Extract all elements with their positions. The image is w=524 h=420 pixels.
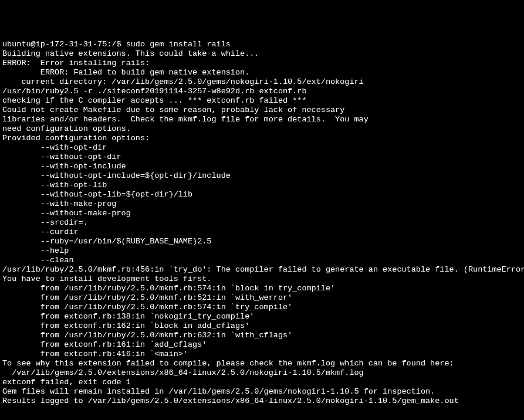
terminal-line: --with-opt-lib <box>2 181 522 190</box>
terminal-line: extconf failed, exit code 1 <box>2 378 522 387</box>
terminal-line: --curdir <box>2 228 522 237</box>
terminal-line: Results logged to /var/lib/gems/2.5.0/ex… <box>2 397 522 406</box>
terminal-line: /var/lib/gems/2.5.0/extensions/x86_64-li… <box>2 368 522 378</box>
terminal-line: from extconf.rb:138:in `nokogiri_try_com… <box>2 312 522 321</box>
terminal-prompt-line: ubuntu@ip-172-31-31-75:/$ sudo gem insta… <box>2 40 522 49</box>
terminal-line: from /usr/lib/ruby/2.5.0/mkmf.rb:574:in … <box>2 284 522 293</box>
terminal-line: need configuration options. <box>2 124 522 134</box>
terminal-line: Gem files will remain installed in /var/… <box>2 387 522 397</box>
terminal-line: To see why this extension failed to comp… <box>2 359 522 368</box>
terminal-line: --srcdir=. <box>2 218 522 228</box>
terminal-line: --with-opt-dir <box>2 143 522 153</box>
terminal-line: /usr/bin/ruby2.5 -r ./siteconf20191114-3… <box>2 87 522 96</box>
terminal-line: Provided configuration options: <box>2 134 522 143</box>
terminal-line: ERROR: Error installing rails: <box>2 59 522 68</box>
terminal-line: --with-make-prog <box>2 199 522 209</box>
terminal-line: --without-opt-lib=${opt-dir}/lib <box>2 190 522 199</box>
terminal-line: from extconf.rb:161:in `add_cflags' <box>2 340 522 350</box>
terminal-line: --without-make-prog <box>2 209 522 218</box>
terminal-line: --with-opt-include <box>2 162 522 171</box>
terminal-line: /usr/lib/ruby/2.5.0/mkmf.rb:456:in `try_… <box>2 265 522 275</box>
terminal-line: from /usr/lib/ruby/2.5.0/mkmf.rb:632:in … <box>2 331 522 340</box>
terminal-line: current directory: /var/lib/gems/2.5.0/g… <box>2 77 522 87</box>
terminal-prompt: ubuntu@ip-172-31-31-75:/$ <box>2 40 126 49</box>
terminal-line: --help <box>2 246 522 256</box>
terminal-line: checking if the C compiler accepts ... *… <box>2 96 522 106</box>
terminal-line: Building native extensions. This could t… <box>2 49 522 59</box>
terminal-line: from /usr/lib/ruby/2.5.0/mkmf.rb:521:in … <box>2 293 522 303</box>
terminal-line: Could not create Makefile due to some re… <box>2 106 522 115</box>
terminal-line: --clean <box>2 256 522 265</box>
terminal-line: from extconf.rb:162:in `block in add_cfl… <box>2 321 522 331</box>
terminal-line: from extconf.rb:416:in `<main>' <box>2 350 522 359</box>
terminal-output[interactable]: ubuntu@ip-172-31-31-75:/$ sudo gem insta… <box>2 40 522 406</box>
terminal-command: sudo gem install rails <box>126 40 231 49</box>
terminal-line: --without-opt-dir <box>2 153 522 162</box>
terminal-line: ERROR: Failed to build gem native extens… <box>2 68 522 77</box>
terminal-line: --without-opt-include=${opt-dir}/include <box>2 171 522 181</box>
terminal-line: from /usr/lib/ruby/2.5.0/mkmf.rb:574:in … <box>2 303 522 312</box>
terminal-line: You have to install development tools fi… <box>2 275 522 284</box>
terminal-line: libraries and/or headers. Check the mkmf… <box>2 115 522 124</box>
terminal-line: --ruby=/usr/bin/$(RUBY_BASE_NAME)2.5 <box>2 237 522 246</box>
